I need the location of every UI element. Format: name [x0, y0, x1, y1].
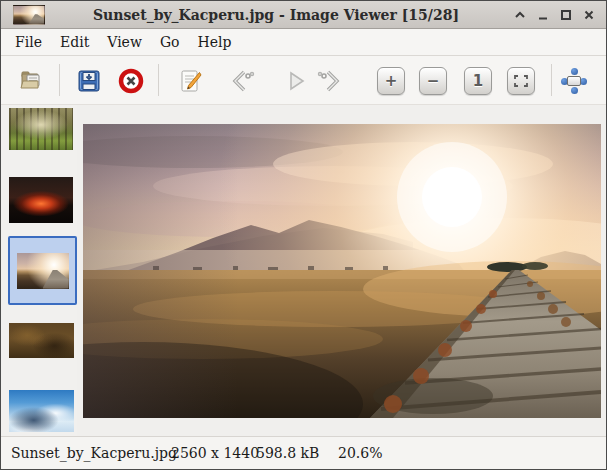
normal-size-icon: 1	[464, 67, 492, 95]
maximize-icon[interactable]	[559, 8, 573, 22]
edit-button[interactable]	[176, 66, 206, 96]
titlebar[interactable]: Sunset_by_Kacperu.jpg - Image Viewer [15…	[1, 1, 606, 29]
menu-file[interactable]: File	[6, 31, 51, 53]
menu-help[interactable]: Help	[189, 31, 241, 53]
thumbnail-dirt[interactable]	[9, 323, 74, 358]
status-zoom-level: 20.6%	[338, 437, 382, 469]
edit-icon	[178, 68, 204, 94]
zoom-in-icon: +	[377, 67, 405, 95]
content-area	[1, 105, 606, 436]
thumbnail-sidebar	[1, 105, 77, 436]
close-icon[interactable]	[582, 8, 596, 22]
menu-edit[interactable]: Edit	[51, 31, 98, 53]
statusbar: Sunset_by_Kacperu.jpg 2560 x 1440 598.8 …	[1, 436, 606, 469]
menubar: File Edit View Go Help	[1, 29, 606, 56]
next-icon	[316, 68, 342, 94]
stop-icon	[118, 68, 144, 94]
main-image	[83, 124, 601, 418]
thumbnail-selected-box[interactable]	[8, 236, 77, 305]
toolbar-separator	[551, 64, 552, 96]
shade-icon[interactable]	[513, 8, 527, 22]
status-dimensions: 2560 x 1440	[171, 437, 259, 469]
zoom-out-icon: −	[419, 67, 447, 95]
previous-image-button[interactable]	[228, 66, 258, 96]
status-filesize: 598.8 kB	[256, 437, 319, 469]
thumbnail-forest[interactable]	[9, 108, 73, 150]
menu-view[interactable]: View	[98, 31, 151, 53]
best-fit-icon	[507, 67, 535, 95]
toolbar: + − 1	[1, 56, 606, 105]
toolbar-separator	[158, 64, 159, 96]
thumbnail-dark-sunset[interactable]	[9, 177, 73, 223]
window-controls	[513, 8, 596, 22]
window-title: Sunset_by_Kacperu.jpg - Image Viewer [15…	[45, 7, 513, 23]
open-button[interactable]	[17, 66, 47, 96]
folder-open-icon	[19, 68, 45, 94]
previous-icon	[230, 68, 256, 94]
thumbnail-sunset-path[interactable]	[17, 253, 69, 289]
slideshow-button[interactable]	[281, 66, 311, 96]
thumbnail-sky-clouds[interactable]	[9, 390, 74, 432]
image-viewer-window: Sunset_by_Kacperu.jpg - Image Viewer [15…	[0, 0, 607, 470]
close-image-button[interactable]	[116, 66, 146, 96]
best-fit-button[interactable]	[506, 66, 536, 96]
minimize-icon[interactable]	[536, 8, 550, 22]
next-image-button[interactable]	[314, 66, 344, 96]
fullscreen-button[interactable]	[559, 66, 589, 96]
toolbar-separator	[59, 64, 60, 96]
save-icon	[76, 68, 102, 94]
save-button[interactable]	[74, 66, 104, 96]
zoom-in-button[interactable]: +	[376, 66, 406, 96]
status-filename: Sunset_by_Kacperu.jpg	[11, 437, 177, 469]
window-thumbnail-icon	[13, 5, 45, 25]
zoom-out-button[interactable]: −	[418, 66, 448, 96]
image-viewport	[77, 105, 606, 436]
normal-size-button[interactable]: 1	[463, 66, 493, 96]
menu-go[interactable]: Go	[151, 31, 189, 53]
fullscreen-icon	[561, 68, 587, 94]
play-icon	[283, 68, 309, 94]
